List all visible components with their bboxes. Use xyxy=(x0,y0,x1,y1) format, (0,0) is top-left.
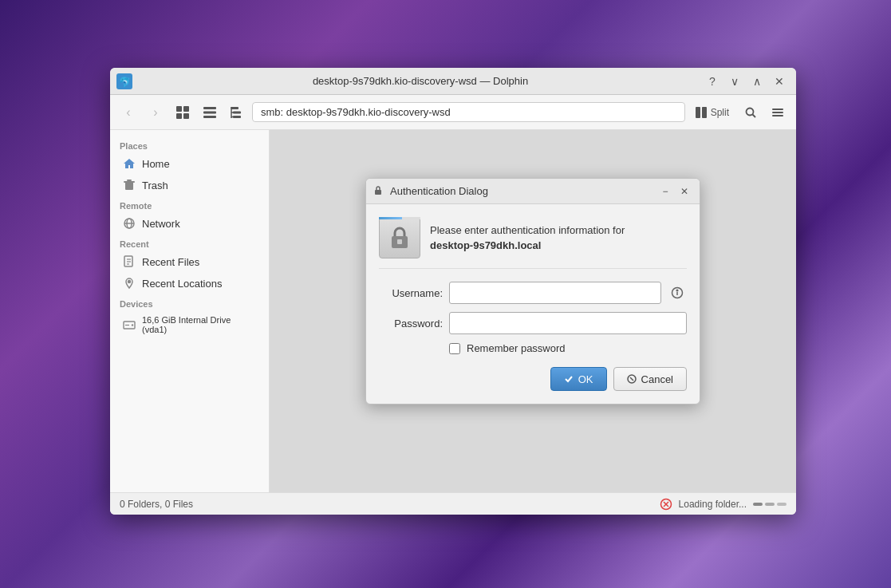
sidebar-section-recent: Recent xyxy=(110,235,269,251)
svg-rect-22 xyxy=(125,182,133,190)
svg-rect-7 xyxy=(203,111,216,113)
minimize-button[interactable]: ∨ xyxy=(724,71,745,92)
lock-icon-container xyxy=(379,217,420,258)
svg-rect-36 xyxy=(375,190,381,195)
sidebar-item-home[interactable]: Home xyxy=(113,153,266,174)
recent-locations-icon xyxy=(123,277,136,290)
help-button[interactable]: ? xyxy=(702,71,723,92)
dialog-header-message: Please enter authentication information … xyxy=(430,224,625,236)
svg-line-18 xyxy=(753,114,756,117)
back-button[interactable]: ‹ xyxy=(116,101,140,124)
dot-2 xyxy=(765,503,775,506)
svg-rect-11 xyxy=(233,116,241,118)
dolphin-window: 🐬 desktop-9s79dkh.kio-discovery-wsd — Do… xyxy=(110,68,796,515)
username-row: Username: xyxy=(379,282,687,304)
svg-point-17 xyxy=(747,108,754,115)
dialog-overlay: Authentication Dialog − ✕ xyxy=(270,130,796,492)
remember-label[interactable]: Remember password xyxy=(467,342,566,354)
dolphin-icon: 🐬 xyxy=(116,73,132,89)
svg-rect-5 xyxy=(183,113,189,119)
username-input[interactable] xyxy=(449,282,661,304)
view-tree-button[interactable] xyxy=(225,101,249,124)
username-info-button[interactable] xyxy=(668,283,687,302)
svg-rect-2 xyxy=(176,106,182,112)
svg-rect-21 xyxy=(772,115,783,116)
view-list-button[interactable] xyxy=(198,101,222,124)
view-icons-button[interactable] xyxy=(171,101,195,124)
loading-text: Loading folder... xyxy=(679,499,747,510)
svg-rect-9 xyxy=(231,107,239,109)
window-controls: ? ∨ ∧ ✕ xyxy=(702,71,790,92)
svg-rect-6 xyxy=(203,107,216,109)
svg-point-41 xyxy=(676,290,678,291)
cancel-button[interactable]: Cancel xyxy=(613,367,687,391)
search-button[interactable] xyxy=(739,101,763,124)
svg-rect-20 xyxy=(772,112,783,113)
cancel-icon xyxy=(627,374,637,384)
address-bar[interactable]: smb: desktop-9s79dkh.kio-discovery-wsd xyxy=(252,102,685,122)
svg-rect-38 xyxy=(397,239,402,244)
sidebar-item-network[interactable]: Network xyxy=(113,213,266,234)
window-title: desktop-9s79dkh.kio-discovery-wsd — Dolp… xyxy=(139,75,702,87)
remember-checkbox[interactable] xyxy=(449,343,460,354)
dialog-title-bar: Authentication Dialog − ✕ xyxy=(366,179,700,204)
sidebar-recent-locations-label: Recent Locations xyxy=(142,278,222,290)
sidebar-item-internal-drive[interactable]: 16,6 GiB Internal Drive (vda1) xyxy=(113,311,266,338)
lock-svg-icon xyxy=(388,225,411,251)
svg-rect-23 xyxy=(124,181,135,183)
svg-point-32 xyxy=(128,281,131,283)
address-text: smb: desktop-9s79dkh.kio-discovery-wsd xyxy=(261,106,451,118)
sidebar-network-label: Network xyxy=(142,218,180,230)
dialog-content: Please enter authentication information … xyxy=(366,204,700,404)
dialog-buttons: OK Cancel xyxy=(379,367,687,391)
drive-icon xyxy=(123,318,136,331)
svg-rect-24 xyxy=(127,180,132,181)
menu-button[interactable] xyxy=(766,101,790,124)
toolbar: ‹ › xyxy=(110,95,796,130)
svg-rect-4 xyxy=(176,113,182,119)
sidebar-item-recent-locations[interactable]: Recent Locations xyxy=(113,273,266,294)
network-icon xyxy=(123,217,136,230)
dialog-hostname: desktop-9s79dkh.local xyxy=(430,239,541,251)
window-body: Places Home Trash Remote xyxy=(110,130,796,492)
ok-check-icon xyxy=(564,374,574,384)
ok-label: OK xyxy=(578,373,593,385)
loading-dots xyxy=(753,503,787,506)
svg-line-43 xyxy=(630,377,633,381)
dialog-minimize-button[interactable]: − xyxy=(656,183,674,200)
dialog-header-text: Please enter authentication information … xyxy=(430,223,625,254)
dot-3 xyxy=(777,503,787,506)
sidebar-home-label: Home xyxy=(142,158,170,170)
maximize-button[interactable]: ∧ xyxy=(747,71,767,92)
sidebar-drive-label: 16,6 GiB Internal Drive (vda1) xyxy=(142,315,256,334)
dialog-title: Authentication Dialog xyxy=(390,185,656,197)
dialog-header: Please enter authentication information … xyxy=(379,217,687,269)
sidebar-trash-label: Trash xyxy=(142,180,168,191)
close-button[interactable]: ✕ xyxy=(769,71,790,92)
dialog-lock-icon xyxy=(373,185,385,198)
forward-button[interactable]: › xyxy=(144,101,168,124)
username-label: Username: xyxy=(379,287,443,299)
main-content: Authentication Dialog − ✕ xyxy=(270,130,796,492)
sidebar-item-recent-files[interactable]: Recent Files xyxy=(113,251,266,272)
lock-icon-bg xyxy=(379,217,420,258)
split-label: Split xyxy=(711,107,729,118)
dialog-close-button[interactable]: ✕ xyxy=(676,183,693,200)
recent-files-icon xyxy=(123,255,136,268)
svg-point-34 xyxy=(132,324,133,326)
svg-rect-19 xyxy=(772,109,783,110)
sidebar-section-remote: Remote xyxy=(110,196,269,212)
split-button[interactable]: Split xyxy=(688,103,735,122)
home-icon xyxy=(123,157,136,170)
svg-rect-10 xyxy=(233,111,241,113)
svg-rect-15 xyxy=(696,107,700,118)
svg-rect-3 xyxy=(183,106,189,112)
status-info: 0 Folders, 0 Files xyxy=(120,499,193,510)
dot-1 xyxy=(753,503,763,506)
svg-rect-8 xyxy=(203,116,216,118)
sidebar-item-trash[interactable]: Trash xyxy=(113,175,266,195)
ok-button[interactable]: OK xyxy=(550,367,607,391)
stop-icon[interactable] xyxy=(660,498,672,511)
password-input[interactable] xyxy=(449,312,687,334)
sidebar: Places Home Trash Remote xyxy=(110,130,270,492)
